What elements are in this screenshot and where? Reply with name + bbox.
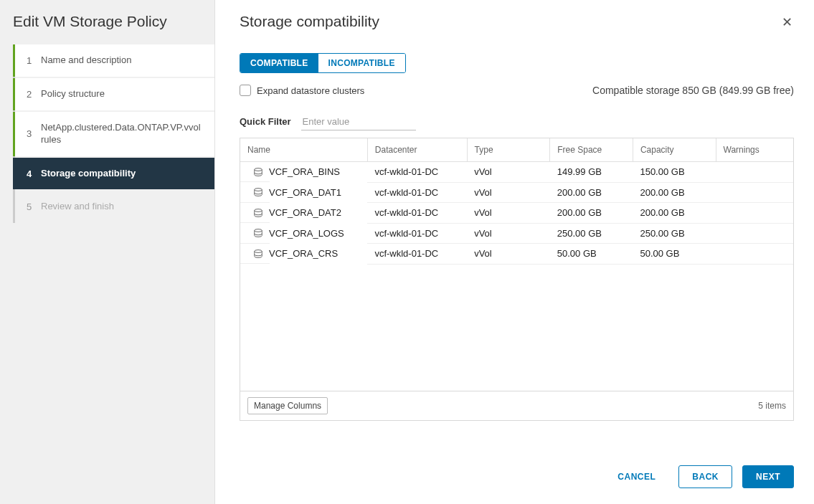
table-row[interactable]: VCF_ORA_DAT2 vcf-wkld-01-DC vVol 200.00 … — [240, 203, 793, 224]
cell-type: vVol — [467, 203, 550, 223]
col-header-type[interactable]: Type — [467, 138, 550, 162]
datastore-table: Name Datacenter Type Free Space Capacity… — [240, 138, 794, 421]
cell-datacenter: vcf-wkld-01-DC — [367, 203, 467, 223]
cell-name: VCF_ORA_DAT2 — [269, 207, 341, 218]
col-header-capacity[interactable]: Capacity — [633, 138, 716, 162]
cell-warnings — [716, 162, 793, 182]
step-number: 4 — [27, 168, 38, 179]
datastore-icon — [253, 208, 263, 218]
step-label: Storage compatibility — [38, 168, 206, 180]
step-number: 2 — [27, 89, 38, 100]
cell-capacity: 50.00 GB — [633, 244, 716, 264]
quick-filter-input[interactable] — [301, 113, 416, 130]
step-storage-compatibility[interactable]: 4 Storage compatibility — [13, 158, 214, 190]
expand-clusters-checkbox[interactable]: Expand datastore clusters — [240, 85, 364, 96]
wizard-title: Edit VM Storage Policy — [0, 13, 214, 43]
datastore-icon — [253, 167, 263, 177]
datastore-icon — [253, 228, 263, 238]
step-number: 5 — [27, 201, 38, 212]
col-header-datacenter[interactable]: Datacenter — [367, 138, 467, 162]
checkbox-icon[interactable] — [240, 85, 251, 96]
svg-point-0 — [255, 168, 262, 171]
manage-columns-button[interactable]: Manage Columns — [247, 397, 328, 414]
cell-name: VCF_ORA_DAT1 — [269, 187, 341, 198]
compatibility-tabs: COMPATIBLE INCOMPATIBLE — [240, 53, 406, 73]
cell-capacity: 200.00 GB — [633, 183, 716, 203]
datastore-icon — [253, 249, 263, 259]
step-policy-structure[interactable]: 2 Policy structure — [13, 78, 214, 110]
cell-name: VCF_ORA_CRS — [269, 248, 338, 259]
quick-filter-label: Quick Filter — [240, 116, 291, 127]
cell-warnings — [716, 224, 793, 244]
cell-datacenter: vcf-wkld-01-DC — [367, 224, 467, 244]
cell-name: VCF_ORA_BINS — [269, 166, 340, 177]
table-row[interactable]: VCF_ORA_BINS vcf-wkld-01-DC vVol 149.99 … — [240, 162, 793, 183]
cell-type: vVol — [467, 244, 550, 264]
cell-type: vVol — [467, 224, 550, 244]
step-review-and-finish[interactable]: 5 Review and finish — [15, 191, 214, 223]
table-row[interactable]: VCF_ORA_DAT1 vcf-wkld-01-DC vVol 200.00 … — [240, 183, 793, 204]
cell-datacenter: vcf-wkld-01-DC — [367, 183, 467, 203]
step-vvol-rules[interactable]: 3 NetApp.clustered.Data.ONTAP.VP.vvol ru… — [13, 112, 214, 156]
cell-name: VCF_ORA_LOGS — [269, 228, 344, 239]
cell-datacenter: vcf-wkld-01-DC — [367, 162, 467, 182]
cell-free-space: 149.99 GB — [550, 162, 633, 182]
svg-point-3 — [255, 229, 262, 232]
step-label: Policy structure — [38, 88, 206, 100]
close-icon[interactable]: ✕ — [780, 13, 794, 32]
svg-point-2 — [255, 209, 262, 211]
back-button[interactable]: BACK — [678, 465, 732, 488]
cell-free-space: 200.00 GB — [550, 183, 633, 203]
wizard-sidebar: Edit VM Storage Policy 1 Name and descri… — [0, 0, 215, 504]
cell-warnings — [716, 203, 793, 223]
step-label: Name and description — [38, 54, 206, 67]
cell-type: vVol — [467, 183, 550, 203]
svg-point-4 — [255, 249, 262, 252]
col-header-name[interactable]: Name — [240, 138, 367, 162]
cell-capacity: 250.00 GB — [633, 224, 716, 244]
expand-clusters-label: Expand datastore clusters — [257, 85, 364, 96]
col-header-free-space[interactable]: Free Space — [550, 138, 633, 162]
cell-capacity: 150.00 GB — [633, 162, 716, 182]
cell-free-space: 200.00 GB — [550, 203, 633, 223]
main-panel: Storage compatibility ✕ COMPATIBLE INCOM… — [215, 0, 814, 504]
cancel-button[interactable]: CANCEL — [605, 465, 668, 488]
col-header-warnings[interactable]: Warnings — [716, 138, 793, 162]
step-label: NetApp.clustered.Data.ONTAP.VP.vvol rule… — [38, 122, 206, 146]
svg-point-1 — [255, 189, 262, 191]
table-row[interactable]: VCF_ORA_CRS vcf-wkld-01-DC vVol 50.00 GB… — [240, 244, 793, 265]
datastore-icon — [253, 187, 263, 197]
cell-type: vVol — [467, 162, 550, 182]
cell-warnings — [716, 244, 793, 264]
step-label: Review and finish — [38, 201, 206, 213]
step-name-and-description[interactable]: 1 Name and description — [13, 44, 214, 77]
tab-incompatible[interactable]: INCOMPATIBLE — [318, 54, 405, 72]
wizard-steps: 1 Name and description 2 Policy structur… — [13, 44, 214, 223]
cell-warnings — [716, 183, 793, 203]
wizard-footer: CANCEL BACK NEXT — [240, 439, 794, 488]
item-count: 5 items — [758, 401, 786, 411]
tab-compatible[interactable]: COMPATIBLE — [240, 54, 318, 72]
next-button[interactable]: NEXT — [742, 465, 794, 488]
cell-capacity: 200.00 GB — [633, 203, 716, 223]
cell-free-space: 50.00 GB — [550, 244, 633, 264]
page-title: Storage compatibility — [240, 13, 379, 30]
compatible-storage-summary: Compatible storage 850 GB (849.99 GB fre… — [592, 85, 794, 96]
step-number: 3 — [27, 128, 38, 139]
table-row[interactable]: VCF_ORA_LOGS vcf-wkld-01-DC vVol 250.00 … — [240, 224, 793, 244]
step-number: 1 — [27, 55, 38, 66]
cell-datacenter: vcf-wkld-01-DC — [367, 244, 467, 264]
cell-free-space: 250.00 GB — [550, 224, 633, 244]
